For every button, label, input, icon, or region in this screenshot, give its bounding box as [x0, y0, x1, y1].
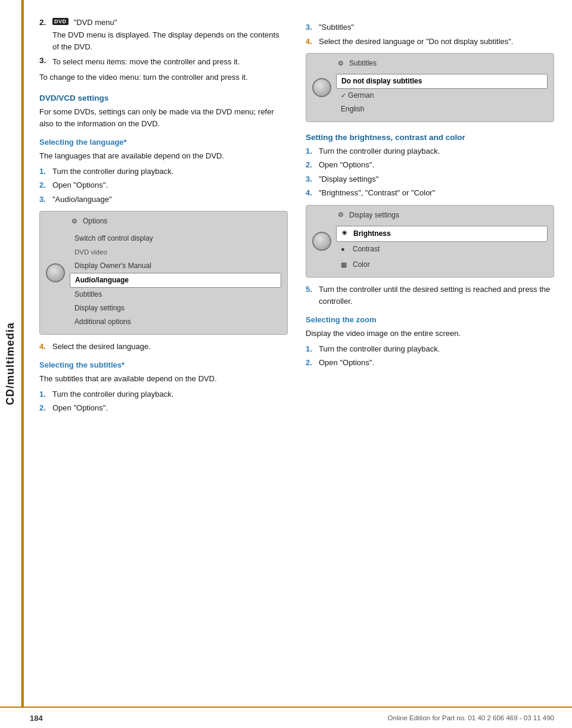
brightness-heading: Setting the brightness, contrast and col… — [306, 133, 554, 142]
lang-step1-num: 1. — [39, 166, 49, 178]
sidebar-tab: CD/multimedia — [0, 0, 21, 728]
zoom-step2-text: Open "Options". — [319, 357, 374, 369]
lang-step4: 4. Select the desired language. — [39, 341, 288, 353]
zoom-step1: 1. Turn the controller during playback. — [306, 343, 554, 355]
menu-item-brightness: ☀ Brightness — [336, 226, 548, 242]
bright-step4: 4. "Brightness", "Contrast" or "Color" — [306, 187, 554, 199]
zoom-heading: Selecting the zoom — [306, 315, 554, 324]
display-settings-screenshot: ⚙ Display settings ☀ Brightness ● Contra… — [306, 205, 554, 278]
sub-step2-num: 2. — [39, 402, 49, 414]
bright-step2-text: Open "Options". — [319, 159, 374, 171]
menu-item-subtitles: Subtitles — [70, 288, 281, 301]
menu-item-dvd-video: DVD video — [70, 245, 281, 259]
subtitles-steps-left: 1. Turn the controller during playback. … — [39, 388, 288, 414]
brightness-icon: ☀ — [341, 228, 350, 239]
selecting-language-desc: The languages that are available depend … — [39, 150, 288, 162]
step2-title: "DVD menu" — [74, 18, 117, 27]
subtitles-menu-title-bar: ⚙ Subtitles — [336, 58, 548, 70]
sub-step3-num: 3. — [306, 21, 315, 33]
color-icon: ▦ — [341, 259, 349, 271]
sub-step2-text: Open "Options". — [52, 402, 108, 414]
subtitles-menu-title: Subtitles — [349, 59, 377, 67]
sub-step3: 3. "Subtitles" — [306, 21, 554, 33]
bright-step2-num: 2. — [306, 159, 315, 171]
dvd-icon: DVD — [52, 18, 69, 25]
sub-step1-text: Turn the controller during playback. — [52, 388, 173, 400]
selecting-language-heading: Selecting the language* — [39, 138, 288, 147]
brightness-steps: 1. Turn the controller during playback. … — [306, 145, 554, 199]
zoom-step2-num: 2. — [306, 357, 315, 369]
options-menu-content: ⚙ Options Switch off control display DVD… — [70, 216, 281, 329]
bright-step3: 3. "Display settings" — [306, 173, 554, 185]
selecting-subtitles-heading: Selecting the subtitles* — [39, 360, 288, 369]
change-text: To change to the video menu: turn the co… — [39, 71, 288, 83]
bright-step4-text: "Brightness", "Contrast" or "Color" — [319, 187, 435, 199]
bright-step1-text: Turn the controller during playback. — [319, 145, 440, 157]
lang-step4-num: 4. — [39, 341, 49, 353]
display-settings-content: ⚙ Display settings ☀ Brightness ● Contra… — [336, 210, 548, 273]
controller-knob — [46, 263, 65, 282]
step3-text: To select menu items: move the controlle… — [52, 56, 240, 68]
subtitles-menu-content: ⚙ Subtitles Do not display subtitles Ger… — [336, 58, 548, 117]
orange-accent-bar — [21, 0, 24, 728]
zoom-step1-text: Turn the controller during playback. — [319, 343, 440, 355]
lang-step3-text: "Audio/language" — [52, 194, 112, 206]
bright-step3-text: "Display settings" — [319, 173, 378, 185]
bright-step5-text: Turn the controller until the desired se… — [319, 284, 554, 307]
menu-item-german: German — [336, 89, 548, 102]
options-menu-title: Options — [83, 217, 107, 225]
menu-item-color: ▦ Color — [336, 257, 548, 273]
sub-step3-text: "Subtitles" — [319, 21, 354, 33]
sub-step3-list: 3. "Subtitles" 4. Select the desired lan… — [306, 21, 554, 47]
lang-step3-num: 3. — [39, 194, 49, 206]
sub-step1-num: 1. — [39, 388, 49, 400]
bright-step5-list: 5. Turn the controller until the desired… — [306, 284, 554, 307]
controller-knob-display — [312, 232, 331, 251]
footer-text: Online Edition for Part no. 01 40 2 606 … — [388, 714, 554, 721]
options-menu-title-bar: ⚙ Options — [70, 216, 281, 228]
zoom-step1-num: 1. — [306, 343, 315, 355]
left-column: 2. DVD "DVD menu" The DVD menu is displa… — [39, 18, 288, 418]
subtitles-menu-icon: ⚙ — [336, 58, 346, 68]
lang-step2: 2. Open "Options". — [39, 179, 288, 191]
language-steps: 1. Turn the controller during playback. … — [39, 166, 288, 206]
subtitles-menu-screenshot: ⚙ Subtitles Do not display subtitles Ger… — [306, 53, 554, 122]
display-settings-title: Display settings — [349, 211, 399, 219]
sidebar-label: CD/multimedia — [4, 322, 17, 405]
right-column: 3. "Subtitles" 4. Select the desired lan… — [306, 18, 554, 418]
controller-knob-sub — [312, 78, 331, 97]
display-settings-icon: ⚙ — [336, 210, 346, 220]
sub-step2: 2. Open "Options". — [39, 402, 288, 414]
lang-step2-text: Open "Options". — [52, 179, 108, 191]
step3-num: 3. — [39, 56, 49, 65]
menu-item-switch-off: Switch off control display — [70, 232, 281, 245]
subtitles-menu-items: Do not display subtitles German English — [336, 74, 548, 117]
bright-step3-num: 3. — [306, 173, 315, 185]
bright-step5-num: 5. — [306, 284, 315, 307]
lang-step3: 3. "Audio/language" — [39, 194, 288, 206]
lang-step2-num: 2. — [39, 179, 49, 191]
selecting-subtitles-desc: The subtitles that are available depend … — [39, 373, 288, 385]
main-content: 2. DVD "DVD menu" The DVD menu is displa… — [21, 0, 572, 453]
dvd-vcd-desc: For some DVDs, settings can only be made… — [39, 106, 288, 129]
lang-step4-list: 4. Select the desired language. — [39, 341, 288, 353]
menu-item-display-settings: Display settings — [70, 301, 281, 315]
step2-num: 2. — [39, 18, 49, 27]
bright-step5: 5. Turn the controller until the desired… — [306, 284, 554, 307]
display-settings-title-bar: ⚙ Display settings — [336, 210, 548, 222]
sub-step4-num: 4. — [306, 36, 315, 48]
options-menu-items: Switch off control display DVD video Dis… — [70, 232, 281, 329]
contrast-icon: ● — [341, 244, 349, 256]
options-menu-icon: ⚙ — [70, 216, 79, 226]
menu-item-owners-manual: Display Owner's Manual — [70, 259, 281, 273]
menu-item-english: English — [336, 102, 548, 116]
lang-step1-text: Turn the controller during playback. — [52, 166, 173, 178]
sub-step4: 4. Select the desired language or "Do no… — [306, 36, 554, 48]
zoom-step2: 2. Open "Options". — [306, 357, 554, 369]
sub-step1: 1. Turn the controller during playback. — [39, 388, 288, 400]
zoom-steps: 1. Turn the controller during playback. … — [306, 343, 554, 369]
options-menu-screenshot: ⚙ Options Switch off control display DVD… — [39, 211, 288, 335]
menu-item-contrast: ● Contrast — [336, 242, 548, 257]
menu-item-audio-language: Audio/language — [70, 273, 281, 288]
menu-item-additional-options: Additional options — [70, 315, 281, 329]
